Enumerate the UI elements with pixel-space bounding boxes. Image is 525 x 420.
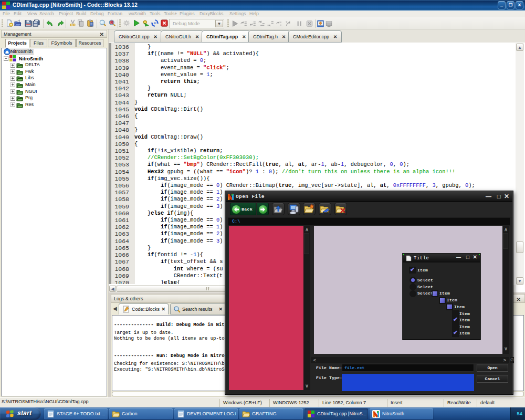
svg-text:R: R — [111, 20, 113, 24]
